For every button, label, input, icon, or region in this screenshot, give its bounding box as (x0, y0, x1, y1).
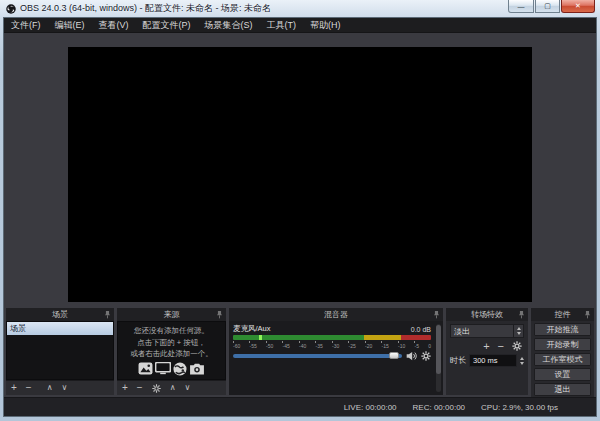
exit-button[interactable]: 退出 (534, 383, 591, 396)
menu-scene-collection[interactable]: 场景集合(S) (198, 18, 260, 33)
sources-toolbar: + − ∧ ∨ (117, 380, 226, 395)
menu-tools[interactable]: 工具(T) (260, 18, 304, 33)
pin-icon[interactable] (104, 310, 111, 319)
display-source-icon (155, 362, 171, 375)
app-client-area: 文件(F) 编辑(E) 查看(V) 配置文件(P) 场景集合(S) 工具(T) … (3, 17, 597, 417)
cpu-fps: CPU: 2.9%, 30.00 fps (481, 403, 558, 412)
scene-item-selected[interactable]: 场景 (7, 322, 113, 335)
window-title: OBS 24.0.3 (64-bit, windows) - 配置文件: 未命名… (20, 2, 271, 15)
scene-up-button[interactable]: ∧ (47, 383, 53, 393)
tick-label: -45 (283, 343, 290, 349)
combo-spinner[interactable] (513, 325, 523, 337)
tick-label: -30 (332, 343, 339, 349)
volume-meter (233, 335, 431, 340)
tick-label: -15 (382, 343, 389, 349)
menu-edit[interactable]: 编辑(E) (48, 18, 92, 33)
close-button[interactable]: ✕ (561, 0, 595, 13)
mixer-gear-icon[interactable] (421, 351, 431, 361)
volume-meter-peak (259, 335, 262, 340)
titlebar[interactable]: OBS 24.0.3 (64-bit, windows) - 配置文件: 未命名… (3, 0, 597, 17)
pin-icon[interactable] (216, 310, 223, 319)
tick-label: -55 (250, 343, 257, 349)
scenes-list[interactable]: 场景 (6, 321, 114, 380)
tick-label: -40 (299, 343, 306, 349)
spinner-down-icon (520, 362, 524, 365)
mixer-scrollbar-thumb[interactable] (436, 325, 441, 374)
mixer-channel-name: 麦克风/Aux (233, 324, 271, 334)
mixer-level-readout: 0.0 dB (411, 326, 431, 333)
tick-label: -25 (349, 343, 356, 349)
sources-empty-state[interactable]: 您还没有添加任何源。 点击下面的 + 按钮， 或者右击此处添加一个。 (117, 321, 226, 380)
pin-icon[interactable] (433, 310, 440, 319)
sources-title: 来源 (164, 309, 180, 320)
studio-mode-button[interactable]: 工作室模式 (534, 353, 591, 366)
add-scene-button[interactable]: + (11, 383, 17, 393)
start-streaming-button[interactable]: 开始推流 (534, 323, 591, 336)
camera-source-icon (189, 363, 205, 375)
add-source-button[interactable]: + (122, 383, 128, 393)
transition-selected-value: 淡出 (451, 326, 513, 337)
transitions-header[interactable]: 转场特效 (446, 308, 528, 321)
controls-panel: 控件 开始推流 开始录制 工作室模式 设置 退出 (531, 308, 594, 395)
remove-scene-button[interactable]: − (26, 383, 32, 393)
transition-properties-gear-icon[interactable] (512, 341, 522, 351)
menubar: 文件(F) 编辑(E) 查看(V) 配置文件(P) 场景集合(S) 工具(T) … (4, 18, 596, 33)
menu-file[interactable]: 文件(F) (4, 18, 48, 33)
minimize-button[interactable]: — (508, 0, 534, 13)
menu-profile[interactable]: 配置文件(P) (136, 18, 198, 33)
mixer-scrollbar[interactable] (436, 324, 441, 392)
scenes-panel: 场景 场景 + − ∧ ∨ (6, 308, 114, 395)
mixer-body: 麦克风/Aux 0.0 dB -60 -55 -50 -45 -40 -35 (229, 321, 443, 395)
tick-label: -35 (316, 343, 323, 349)
preview-area (4, 33, 596, 307)
tick-label: -10 (398, 343, 405, 349)
transitions-panel: 转场特效 淡出 + − (446, 308, 528, 395)
rec-time: REC: 00:00:00 (413, 403, 465, 412)
controls-body: 开始推流 开始录制 工作室模式 设置 退出 (531, 321, 594, 398)
scenes-toolbar: + − ∧ ∨ (6, 380, 114, 395)
pin-icon[interactable] (584, 310, 591, 319)
browser-source-icon (173, 362, 187, 376)
volume-slider-handle[interactable] (389, 352, 399, 359)
menu-help[interactable]: 帮助(H) (303, 18, 348, 33)
preview-canvas[interactable] (68, 47, 532, 302)
scene-down-button[interactable]: ∨ (62, 383, 68, 393)
sources-empty-text: 您还没有添加任何源。 (134, 325, 209, 337)
remove-transition-button[interactable]: − (498, 341, 504, 351)
statusbar: LIVE: 00:00:00 REC: 00:00:00 CPU: 2.9%, … (4, 397, 596, 416)
remove-source-button[interactable]: − (137, 383, 143, 393)
transitions-title: 转场特效 (471, 309, 503, 320)
duration-label: 时长 (450, 355, 466, 366)
source-down-button[interactable]: ∨ (185, 383, 191, 393)
docks: 场景 场景 + − ∧ ∨ 来源 (4, 307, 596, 397)
tick-label: -60 (233, 343, 240, 349)
transitions-body: 淡出 + − (446, 321, 528, 395)
controls-title: 控件 (555, 309, 571, 320)
mixer-header[interactable]: 混音器 (229, 308, 443, 321)
mixer-title: 混音器 (324, 309, 348, 320)
transition-select[interactable]: 淡出 (450, 324, 524, 338)
speaker-icon[interactable] (406, 351, 417, 361)
meter-tick-labels: -60 -55 -50 -45 -40 -35 -30 -25 -20 -15 … (233, 343, 431, 349)
volume-slider[interactable] (233, 354, 402, 358)
pin-icon[interactable] (518, 310, 525, 319)
scenes-header[interactable]: 场景 (6, 308, 114, 321)
start-recording-button[interactable]: 开始录制 (534, 338, 591, 351)
source-properties-gear-icon[interactable] (152, 384, 161, 393)
spinner-down-icon (517, 332, 521, 335)
mixer-panel: 混音器 麦克风/Aux 0.0 dB -60 (229, 308, 443, 395)
tick-label: 0 (428, 343, 431, 349)
spinner-up-icon (517, 327, 521, 330)
sources-header[interactable]: 来源 (117, 308, 226, 321)
tick-label: -50 (266, 343, 273, 349)
controls-header[interactable]: 控件 (531, 308, 594, 321)
live-time: LIVE: 00:00:00 (344, 403, 397, 412)
menu-view[interactable]: 查看(V) (92, 18, 136, 33)
duration-input[interactable]: 300 ms (469, 354, 517, 367)
duration-spinner[interactable] (520, 357, 524, 365)
source-up-button[interactable]: ∧ (170, 383, 176, 393)
add-transition-button[interactable]: + (483, 341, 489, 351)
settings-button[interactable]: 设置 (534, 368, 591, 381)
maximize-button[interactable]: ▢ (535, 0, 560, 13)
scenes-title: 场景 (52, 309, 68, 320)
